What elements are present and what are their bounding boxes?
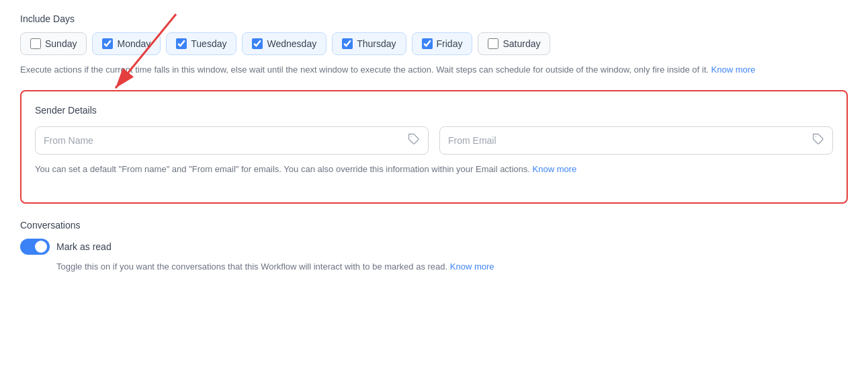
include-days-info-text: Execute actions if the current time fall… <box>20 65 709 75</box>
include-days-section: Include Days Sunday Monday Tuesday Wedne… <box>20 13 848 77</box>
day-sunday[interactable]: Sunday <box>20 32 87 55</box>
wednesday-label: Wednesday <box>267 38 316 49</box>
thursday-checkbox[interactable] <box>342 38 353 49</box>
saturday-checkbox[interactable] <box>488 38 498 49</box>
from-email-wrapper <box>439 126 833 155</box>
friday-label: Friday <box>437 38 463 49</box>
day-wednesday[interactable]: Wednesday <box>242 32 327 55</box>
include-days-info: Execute actions if the current time fall… <box>20 63 826 77</box>
from-email-input[interactable] <box>448 135 807 146</box>
conversations-section: Conversations Mark as read Toggle this o… <box>20 220 848 274</box>
include-days-know-more-link[interactable]: Know more <box>711 65 756 75</box>
day-saturday[interactable]: Saturday <box>478 32 550 55</box>
mark-as-read-label: Mark as read <box>56 241 112 252</box>
day-friday[interactable]: Friday <box>412 32 473 55</box>
days-row: Sunday Monday Tuesday Wednesday Thursday… <box>20 32 848 55</box>
monday-checkbox[interactable] <box>102 38 113 49</box>
tuesday-checkbox[interactable] <box>176 38 187 49</box>
tuesday-label: Tuesday <box>191 38 226 49</box>
sender-details-section: Sender Details <box>20 90 848 204</box>
conversations-label: Conversations <box>20 220 848 231</box>
sunday-checkbox[interactable] <box>30 38 41 49</box>
page-container: Include Days Sunday Monday Tuesday Wedne… <box>0 0 868 365</box>
day-tuesday[interactable]: Tuesday <box>166 32 236 55</box>
from-name-input[interactable] <box>44 135 402 146</box>
from-email-tag-icon[interactable] <box>812 133 824 148</box>
friday-checkbox[interactable] <box>422 38 433 49</box>
include-days-label: Include Days <box>20 13 848 24</box>
mark-as-read-description: Toggle this on if you want the conversat… <box>56 260 848 274</box>
sender-details-label: Sender Details <box>35 105 833 116</box>
wednesday-checkbox[interactable] <box>252 38 263 49</box>
sender-details-info: You can set a default "From name" and "F… <box>35 163 833 176</box>
conversations-know-more-link[interactable]: Know more <box>450 261 494 272</box>
mark-as-read-row: Mark as read <box>20 239 848 255</box>
day-thursday[interactable]: Thursday <box>332 32 406 55</box>
saturday-label: Saturday <box>503 38 540 49</box>
toggle-slider <box>20 239 50 255</box>
from-name-wrapper <box>35 126 429 155</box>
toggle-description-text: Toggle this on if you want the conversat… <box>56 261 447 272</box>
sender-inputs-row <box>35 126 833 155</box>
day-monday[interactable]: Monday <box>92 32 161 55</box>
sunday-label: Sunday <box>45 38 77 49</box>
monday-label: Monday <box>117 38 150 49</box>
mark-as-read-toggle[interactable] <box>20 239 50 255</box>
sender-details-info-text: You can set a default "From name" and "F… <box>35 164 530 174</box>
from-name-tag-icon[interactable] <box>408 133 420 148</box>
sender-details-know-more-link[interactable]: Know more <box>533 164 577 174</box>
thursday-label: Thursday <box>357 38 396 49</box>
